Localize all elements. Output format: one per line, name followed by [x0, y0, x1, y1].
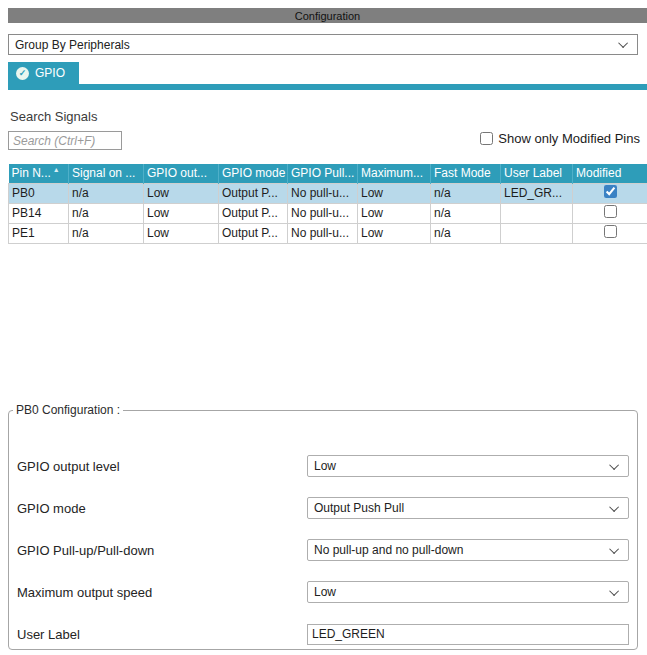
- cell-speed[interactable]: Low: [358, 183, 431, 203]
- show-modified-pins-checkbox[interactable]: [480, 132, 493, 145]
- tab-gpio-label: GPIO: [35, 66, 65, 80]
- chevron-down-icon: [609, 502, 619, 512]
- cell-pin[interactable]: PE1: [9, 223, 69, 243]
- cell-user-label[interactable]: [501, 203, 573, 223]
- gpio-mode-value: Output Push Pull: [314, 501, 404, 515]
- cell-fast-mode[interactable]: n/a: [431, 183, 501, 203]
- cell-modified: [573, 223, 647, 243]
- cell-pull[interactable]: No pull-u...: [288, 203, 358, 223]
- show-modified-pins-toggle[interactable]: Show only Modified Pins: [480, 131, 640, 146]
- cell-mode[interactable]: Output P...: [219, 223, 288, 243]
- chevron-down-icon: [609, 460, 619, 470]
- gpio-output-level-value: Low: [314, 459, 336, 473]
- check-icon: ✓: [16, 67, 29, 80]
- show-modified-pins-label: Show only Modified Pins: [498, 131, 640, 146]
- tab-accent-bar: [8, 84, 647, 90]
- cell-pull[interactable]: No pull-u...: [288, 223, 358, 243]
- sort-ascending-icon: ▲: [53, 166, 60, 173]
- search-input[interactable]: [8, 131, 122, 150]
- cell-pull[interactable]: No pull-u...: [288, 183, 358, 203]
- modified-checkbox[interactable]: [604, 225, 617, 238]
- modified-checkbox[interactable]: [604, 185, 617, 198]
- column-header-user-label[interactable]: User Label: [501, 164, 573, 183]
- gpio-output-level-dropdown[interactable]: Low: [307, 455, 629, 477]
- group-by-dropdown[interactable]: Group By Peripherals: [8, 34, 638, 55]
- modified-checkbox[interactable]: [604, 205, 617, 218]
- cell-output[interactable]: Low: [144, 183, 219, 203]
- table-row-pb14[interactable]: PB14 n/a Low Output P... No pull-u... Lo…: [9, 203, 647, 223]
- cell-user-label[interactable]: LED_GR...: [501, 183, 573, 203]
- column-header-max-speed[interactable]: Maximum...: [358, 164, 431, 183]
- cell-mode[interactable]: Output P...: [219, 203, 288, 223]
- user-label-input[interactable]: [307, 624, 629, 645]
- cell-speed[interactable]: Low: [358, 223, 431, 243]
- column-header-fast-mode[interactable]: Fast Mode: [431, 164, 501, 183]
- column-header-gpio-pull[interactable]: GPIO Pull...: [288, 164, 358, 183]
- pins-table: Pin N...▲ Signal on ... GPIO out... GPIO…: [8, 164, 647, 244]
- cell-signal[interactable]: n/a: [69, 203, 144, 223]
- chevron-down-icon: [618, 38, 628, 48]
- gpio-pull-dropdown[interactable]: No pull-up and no pull-down: [307, 539, 629, 561]
- field-row-gpio-mode: GPIO mode Output Push Pull: [17, 497, 629, 519]
- field-row-user-label: User Label: [17, 623, 629, 645]
- gpio-mode-dropdown[interactable]: Output Push Pull: [307, 497, 629, 519]
- table-header-row: Pin N...▲ Signal on ... GPIO out... GPIO…: [9, 164, 647, 183]
- table-row-pe1[interactable]: PE1 n/a Low Output P... No pull-u... Low…: [9, 223, 647, 243]
- column-header-modified[interactable]: Modified: [573, 164, 647, 183]
- max-output-speed-label: Maximum output speed: [17, 585, 152, 600]
- chevron-down-icon: [609, 544, 619, 554]
- gpio-mode-label: GPIO mode: [17, 501, 86, 516]
- pin-configuration-title: PB0 Configuration :: [13, 403, 123, 417]
- cell-fast-mode[interactable]: n/a: [431, 223, 501, 243]
- cell-modified: [573, 203, 647, 223]
- cell-pin[interactable]: PB0: [9, 183, 69, 203]
- column-header-signal[interactable]: Signal on ...: [69, 164, 144, 183]
- cell-speed[interactable]: Low: [358, 203, 431, 223]
- cell-signal[interactable]: n/a: [69, 183, 144, 203]
- group-by-value: Group By Peripherals: [15, 38, 130, 52]
- table-row-pb0[interactable]: PB0 n/a Low Output P... No pull-u... Low…: [9, 183, 647, 203]
- search-signals-label: Search Signals: [10, 109, 97, 124]
- gpio-pull-label: GPIO Pull-up/Pull-down: [17, 543, 154, 558]
- gpio-pull-value: No pull-up and no pull-down: [314, 543, 463, 557]
- cell-pin[interactable]: PB14: [9, 203, 69, 223]
- column-header-gpio-output[interactable]: GPIO out...: [144, 164, 219, 183]
- field-row-gpio-output-level: GPIO output level Low: [17, 455, 629, 477]
- panel-title-text: Configuration: [295, 10, 360, 22]
- cell-user-label[interactable]: [501, 223, 573, 243]
- tab-gpio[interactable]: ✓ GPIO: [8, 62, 79, 84]
- pin-configuration-panel: PB0 Configuration : GPIO output level Lo…: [8, 403, 638, 650]
- max-output-speed-dropdown[interactable]: Low: [307, 581, 629, 603]
- cell-output[interactable]: Low: [144, 203, 219, 223]
- chevron-down-icon: [609, 586, 619, 596]
- max-output-speed-value: Low: [314, 585, 336, 599]
- user-label-label: User Label: [17, 627, 80, 642]
- cell-modified: [573, 183, 647, 203]
- panel-title: Configuration: [8, 8, 647, 23]
- cell-output[interactable]: Low: [144, 223, 219, 243]
- cell-signal[interactable]: n/a: [69, 223, 144, 243]
- gpio-output-level-label: GPIO output level: [17, 459, 120, 474]
- column-header-gpio-mode[interactable]: GPIO mode: [219, 164, 288, 183]
- column-header-pin-name[interactable]: Pin N...▲: [9, 164, 69, 183]
- cell-fast-mode[interactable]: n/a: [431, 203, 501, 223]
- field-row-max-output-speed: Maximum output speed Low: [17, 581, 629, 603]
- cell-mode[interactable]: Output P...: [219, 183, 288, 203]
- field-row-gpio-pull: GPIO Pull-up/Pull-down No pull-up and no…: [17, 539, 629, 561]
